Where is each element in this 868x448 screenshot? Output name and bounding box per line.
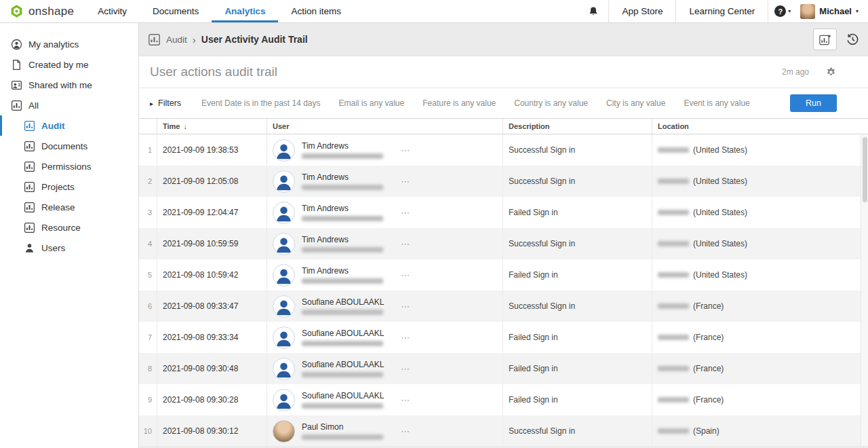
nav-activity[interactable]: Activity [85,0,140,22]
nav-analytics[interactable]: Analytics [212,0,278,22]
history-clock-icon[interactable] [846,33,860,47]
more-actions-button[interactable]: ⋯ [401,395,410,405]
redacted-city [658,335,689,340]
main-area: Audit › User Activity Audit Trail User a… [139,23,868,448]
column-label: User [273,122,289,130]
filter-chip-5[interactable]: Event is any value [684,98,749,108]
sidebar-item-release[interactable]: Release [0,197,138,217]
more-actions-button[interactable]: ⋯ [401,145,410,155]
user-name: Paul Simon [302,422,391,432]
redacted-city [658,397,689,403]
description-cell: Failed Sign in [502,353,652,384]
sidebar-item-my-analytics[interactable]: My analytics [0,34,138,54]
person-circle-icon [11,39,22,50]
redacted-email [302,434,383,440]
more-actions-button[interactable]: ⋯ [401,208,410,218]
sort-descending-icon: ↓ [183,122,187,130]
user-avatar [273,326,295,349]
table-body: 12021-09-09 19:38:53Tim Andrews⋯Successf… [139,134,868,446]
scrollbar-thumb[interactable] [863,137,867,202]
breadcrumb-parent-link[interactable]: Audit [166,35,187,45]
time-cell: 2021-09-09 19:38:53 [157,134,267,166]
user-cell: Tim Andrews⋯ [267,197,502,228]
gear-icon[interactable] [825,67,837,78]
more-actions-button[interactable]: ⋯ [401,270,410,280]
help-menu[interactable]: ? ▾ [768,0,797,22]
sidebar-item-resource[interactable]: Resource [0,217,138,238]
learning-center-button[interactable]: Learning Center [675,0,768,22]
location-cell: (Spain) [652,415,861,446]
sidebar-item-documents[interactable]: Documents [0,136,138,156]
card-title: User actions audit trail [150,64,782,79]
more-actions-button[interactable]: ⋯ [401,176,410,187]
user-text: Soufiane ABOULAAKL [302,360,391,377]
filter-chip-2[interactable]: Feature is any value [422,98,496,108]
location-cell: (France) [652,322,861,353]
sidebar-item-all[interactable]: All [0,95,138,115]
table-row: 52021-09-08 10:59:42Tim Andrews⋯Failed S… [139,259,861,291]
row-number: 2 [139,166,157,197]
user-name: Tim Andrews [302,266,391,276]
topbar-right: App Store Learning Center ? ▾ Michael ▾ [578,0,868,22]
filter-chip-1[interactable]: Email is any value [339,98,405,108]
time-cell: 2021-09-08 10:59:42 [157,259,267,291]
redacted-city [658,179,689,184]
filter-chip-4[interactable]: City is any value [606,98,665,108]
sidebar-item-projects[interactable]: Projects [0,176,138,197]
redacted-city [658,241,689,246]
column-header-user[interactable]: User [267,119,502,134]
more-actions-button[interactable]: ⋯ [401,301,410,312]
run-button[interactable]: Run [790,94,837,112]
filter-bar: ▸ Filters Event Date is in the past 14 d… [139,88,868,118]
card-header: User actions audit trail 2m ago [139,56,868,88]
filters-toggle[interactable]: ▸ Filters [150,98,181,108]
column-header-description[interactable]: Description [502,119,652,134]
sidebar-item-shared-with-me[interactable]: Shared with me [0,75,138,95]
table-row: 92021-09-08 09:30:28Soufiane ABOULAAKL⋯F… [139,384,861,415]
add-report-button[interactable] [813,29,837,50]
redacted-email [302,278,383,284]
location-cell: (France) [652,353,861,384]
onshape-logo[interactable]: onshape [0,0,85,22]
app-store-button[interactable]: App Store [608,0,675,22]
sidebar-item-users[interactable]: Users [0,238,138,258]
vertical-scrollbar[interactable] [861,135,868,446]
user-name: Soufiane ABOULAAKL [302,360,391,369]
column-label: Description [509,122,550,130]
user-avatar [273,389,295,411]
country-label: (France) [693,301,724,311]
more-actions-button[interactable]: ⋯ [401,333,410,343]
table-row: 72021-09-08 09:33:34Soufiane ABOULAAKL⋯F… [139,322,861,353]
filter-chip-0[interactable]: Event Date is in the past 14 days [201,98,320,108]
user-text: Soufiane ABOULAAKL [302,297,391,315]
user-avatar [273,264,295,286]
filter-chip-3[interactable]: Country is any value [514,98,588,108]
chart-icon [24,202,35,213]
table-header: Time↓UserDescriptionLocation [139,119,868,134]
brand-name: onshape [28,5,74,18]
sidebar-item-audit[interactable]: Audit [0,115,138,136]
more-actions-button[interactable]: ⋯ [401,364,410,374]
user-cell: Soufiane ABOULAAKL⋯ [267,291,502,322]
table-row: 42021-09-08 10:59:59Tim Andrews⋯Successf… [139,228,861,259]
sidebar-item-permissions[interactable]: Permissions [0,156,138,176]
notifications-bell-icon[interactable] [578,0,608,22]
row-number: 3 [139,197,157,228]
row-number: 1 [139,134,157,166]
user-text: Tim Andrews [302,266,391,284]
redacted-email [302,372,383,377]
user-cell: Soufiane ABOULAAKL⋯ [267,322,502,353]
description-cell: Successful Sign in [502,134,652,166]
redacted-city [658,303,689,309]
column-header-location[interactable]: Location [652,119,861,134]
nav-action-items[interactable]: Action items [278,0,354,22]
more-actions-button[interactable]: ⋯ [401,426,410,436]
more-actions-button[interactable]: ⋯ [401,239,410,249]
redacted-email [302,403,383,409]
row-number: 4 [139,228,157,259]
redacted-city [658,428,689,434]
sidebar-item-created-by-me[interactable]: Created by me [0,54,138,75]
column-header-time[interactable]: Time↓ [157,119,267,134]
user-menu[interactable]: Michael ▾ [797,0,868,22]
nav-documents[interactable]: Documents [140,0,212,22]
